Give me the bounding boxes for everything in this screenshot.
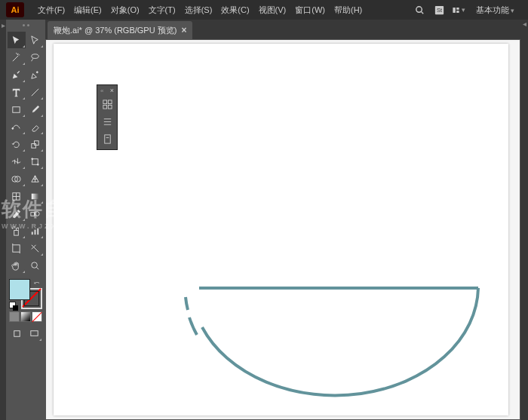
svg-line-1	[421, 11, 423, 14]
menu-file[interactable]: 文件(F)	[33, 5, 69, 16]
svg-rect-39	[108, 100, 112, 103]
panel-grid-icon[interactable]	[99, 96, 115, 112]
workspace: ▸	[0, 20, 528, 420]
svg-rect-23	[31, 212, 35, 216]
svg-point-26	[13, 228, 14, 228]
type-tool[interactable]	[8, 84, 26, 100]
search-icon[interactable]	[413, 3, 426, 17]
color-mode-none[interactable]	[32, 311, 42, 322]
svg-rect-5	[456, 8, 459, 10]
svg-line-9	[32, 88, 38, 95]
svg-rect-31	[13, 244, 20, 251]
svg-text:St: St	[436, 7, 442, 14]
free-transform-tool[interactable]	[26, 153, 45, 170]
svg-rect-38	[103, 100, 106, 103]
selection-tool[interactable]	[8, 32, 26, 48]
scale-tool[interactable]	[26, 136, 45, 152]
workspace-switcher[interactable]: 基本功能▾	[471, 5, 519, 16]
panel-list-icon[interactable]	[99, 113, 115, 130]
panel-close-icon[interactable]: ×	[110, 87, 114, 94]
draw-mode-normal[interactable]	[9, 325, 26, 342]
graph-tool[interactable]	[26, 222, 45, 239]
panel-collapse-icon[interactable]: «	[100, 87, 103, 94]
svg-rect-6	[456, 11, 459, 13]
svg-rect-25	[14, 230, 19, 235]
bowl-shape	[118, 286, 487, 403]
menu-select[interactable]: 选择(S)	[180, 5, 217, 16]
expand-right-icon[interactable]: ▸	[523, 21, 526, 29]
curvature-tool[interactable]	[26, 66, 45, 83]
direct-selection-tool[interactable]	[26, 32, 45, 48]
svg-point-24	[35, 211, 39, 216]
stock-icon[interactable]: St	[432, 3, 446, 17]
tools-panel: ⤺	[6, 20, 45, 420]
symbol-sprayer-tool[interactable]	[8, 222, 26, 239]
document-tab[interactable]: 鞭炮.ai* @ 37% (RGB/GPU 预览) ×	[48, 21, 192, 39]
default-colors-icon[interactable]	[9, 302, 17, 309]
svg-rect-36	[14, 330, 20, 336]
svg-point-0	[416, 6, 422, 12]
hand-tool[interactable]	[8, 257, 26, 274]
svg-rect-30	[37, 228, 38, 234]
svg-rect-29	[34, 229, 35, 235]
svg-rect-37	[31, 330, 38, 336]
slice-tool[interactable]	[26, 240, 45, 256]
lasso-tool[interactable]	[26, 49, 45, 66]
menu-object[interactable]: 对象(O)	[106, 5, 144, 16]
document-tabs: 鞭炮.ai* @ 37% (RGB/GPU 预览) ×	[45, 20, 520, 39]
svg-point-8	[36, 71, 38, 72]
magic-wand-tool[interactable]	[8, 49, 26, 66]
eraser-tool[interactable]	[26, 118, 45, 135]
app-icon: Ai	[6, 2, 24, 17]
blend-tool[interactable]	[26, 205, 45, 222]
paintbrush-tool[interactable]	[26, 101, 45, 118]
arrange-icon[interactable]: ▾	[452, 3, 465, 17]
menu-help[interactable]: 帮助(H)	[330, 5, 367, 16]
artboard-tool[interactable]	[8, 240, 26, 256]
svg-rect-41	[108, 105, 112, 109]
tab-title: 鞭炮.ai* @ 37% (RGB/GPU 预览)	[54, 25, 177, 36]
menu-type[interactable]: 文字(T)	[144, 5, 180, 16]
menu-view[interactable]: 视图(V)	[254, 5, 291, 16]
eyedropper-tool[interactable]	[8, 205, 26, 222]
svg-rect-12	[32, 143, 36, 148]
color-controls: ⤺	[8, 277, 44, 343]
screen-mode[interactable]	[26, 325, 43, 342]
right-menu-area: St ▾ 基本功能▾	[413, 3, 522, 17]
mesh-tool[interactable]	[8, 188, 26, 204]
width-tool[interactable]	[8, 153, 26, 170]
svg-rect-10	[13, 106, 20, 112]
rotate-tool[interactable]	[8, 136, 26, 152]
expand-left-icon[interactable]: ▸	[2, 21, 5, 29]
color-mode-gradient[interactable]	[20, 311, 31, 322]
shaper-tool[interactable]	[8, 118, 26, 135]
menu-window[interactable]: 窗口(W)	[290, 5, 330, 16]
menu-edit[interactable]: 编辑(E)	[69, 5, 106, 16]
right-sidebar: ▸	[520, 20, 528, 420]
swap-colors-icon[interactable]: ⤺	[34, 279, 40, 287]
menu-effect[interactable]: 效果(C)	[216, 5, 253, 16]
svg-rect-45	[104, 134, 110, 143]
svg-line-35	[36, 267, 38, 269]
gradient-tool[interactable]	[26, 188, 45, 204]
shape-builder-tool[interactable]	[8, 170, 26, 187]
svg-point-15	[32, 158, 33, 159]
svg-point-11	[12, 127, 14, 129]
canvas-viewport[interactable]: « ×	[45, 39, 520, 420]
color-mode-solid[interactable]	[9, 311, 20, 322]
svg-point-7	[32, 54, 38, 58]
perspective-tool[interactable]	[26, 170, 45, 187]
svg-rect-40	[103, 105, 106, 109]
floating-panel[interactable]: « ×	[97, 84, 118, 150]
svg-rect-28	[32, 231, 33, 235]
zoom-tool[interactable]	[26, 257, 45, 274]
fill-color-swatch[interactable]	[9, 279, 30, 300]
panel-doc-icon[interactable]	[99, 130, 115, 147]
panel-grip[interactable]	[8, 23, 44, 29]
svg-point-34	[32, 262, 38, 268]
close-tab-icon[interactable]: ×	[181, 25, 186, 35]
line-tool[interactable]	[26, 84, 45, 100]
rectangle-tool[interactable]	[8, 101, 26, 118]
pen-tool[interactable]	[8, 66, 26, 83]
left-sidebar: ▸	[0, 20, 6, 420]
